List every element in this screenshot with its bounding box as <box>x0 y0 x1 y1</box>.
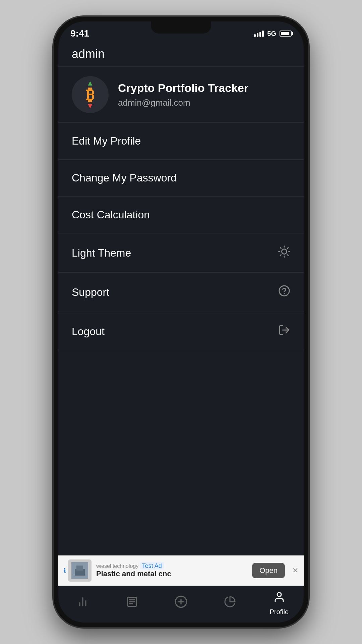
menu-item-cost-calculation-label: Cost Calculation <box>72 209 150 221</box>
menu-item-support-label: Support <box>72 286 109 299</box>
pie-icon <box>224 596 236 611</box>
avatar: ▲ ₿ ▼ <box>72 76 109 113</box>
svg-line-4 <box>288 255 288 256</box>
tab-profile-label: Profile <box>269 608 289 616</box>
menu-list: Edit My Profile Change My Password Cost … <box>58 123 304 555</box>
profile-info: Crypto Portfolio Tracker admin@gmail.com <box>118 81 290 108</box>
battery-icon <box>280 31 292 37</box>
network-type: 5G <box>267 30 276 38</box>
tab-transactions[interactable] <box>112 596 152 611</box>
menu-item-logout-label: Logout <box>72 325 105 338</box>
list-icon <box>126 596 138 611</box>
svg-rect-14 <box>76 566 83 571</box>
menu-item-change-password-label: Change My Password <box>72 172 177 184</box>
screen-content: admin ▲ ₿ ▼ Crypto Portfolio Tracker adm… <box>58 40 304 623</box>
ad-sponsor: wiesel technology Test Ad <box>96 562 247 570</box>
bitcoin-icon: ₿ <box>86 86 94 104</box>
svg-point-0 <box>282 249 287 254</box>
sun-icon <box>278 246 290 260</box>
menu-item-edit-profile[interactable]: Edit My Profile <box>58 123 304 160</box>
app-name: Crypto Portfolio Tracker <box>118 81 290 95</box>
admin-title: admin <box>72 47 105 61</box>
plus-icon <box>174 595 188 611</box>
logout-icon <box>278 324 290 339</box>
ad-tag: Test Ad <box>140 562 164 570</box>
menu-item-light-theme-label: Light Theme <box>72 247 131 259</box>
menu-item-change-password[interactable]: Change My Password <box>58 160 304 197</box>
svg-point-25 <box>277 592 281 596</box>
tab-portfolio[interactable] <box>63 596 103 611</box>
help-icon <box>278 285 290 300</box>
menu-item-support[interactable]: Support <box>58 273 304 312</box>
svg-line-8 <box>288 248 288 248</box>
ad-info-icon: ℹ <box>64 567 66 574</box>
ad-close-icon[interactable]: ✕ <box>292 566 298 575</box>
ad-thumbnail <box>68 559 92 582</box>
menu-item-cost-calculation[interactable]: Cost Calculation <box>58 197 304 233</box>
menu-item-logout[interactable]: Logout <box>58 312 304 351</box>
menu-item-edit-profile-label: Edit My Profile <box>72 135 141 147</box>
profile-icon <box>273 591 285 606</box>
ad-banner: ℹ wiesel technology Test Ad <box>58 555 304 586</box>
ad-title: Plastic and metal cnc <box>96 570 247 578</box>
tab-bar: Profile <box>58 586 304 623</box>
tab-profile[interactable]: Profile <box>259 591 299 616</box>
profile-email: admin@gmail.com <box>118 98 290 108</box>
svg-line-7 <box>280 255 281 256</box>
svg-line-3 <box>280 248 281 248</box>
tab-pie[interactable] <box>210 596 250 611</box>
ad-content: wiesel technology Test Ad Plastic and me… <box>96 562 247 578</box>
tab-add[interactable] <box>161 595 201 611</box>
signal-icon <box>254 30 264 37</box>
status-icons: 5G <box>254 30 292 38</box>
menu-item-light-theme[interactable]: Light Theme <box>58 233 304 273</box>
admin-header: admin <box>58 44 304 66</box>
status-time: 9:41 <box>70 28 89 39</box>
chart-icon <box>77 596 89 611</box>
profile-section: ▲ ₿ ▼ Crypto Portfolio Tracker admin@gma… <box>58 67 304 123</box>
ad-open-button[interactable]: Open <box>252 563 285 578</box>
